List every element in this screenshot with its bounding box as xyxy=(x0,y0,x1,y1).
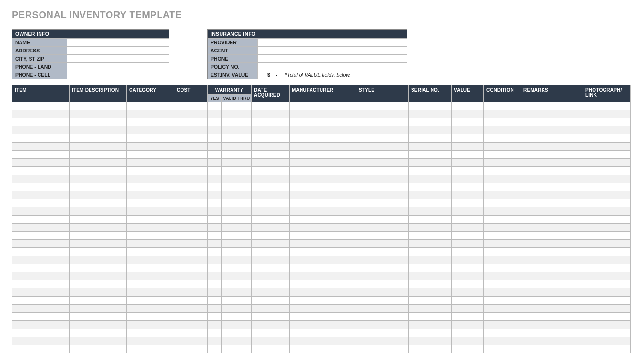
table-cell[interactable] xyxy=(409,134,452,143)
table-cell[interactable] xyxy=(452,199,484,207)
table-cell[interactable] xyxy=(70,224,127,232)
table-cell[interactable] xyxy=(484,313,521,321)
table-cell[interactable] xyxy=(583,345,631,353)
table-cell[interactable] xyxy=(521,248,583,256)
table-cell[interactable] xyxy=(174,102,208,110)
table-cell[interactable] xyxy=(521,264,583,272)
table-cell[interactable] xyxy=(208,102,222,110)
table-cell[interactable] xyxy=(583,191,631,199)
table-cell[interactable] xyxy=(583,207,631,216)
table-cell[interactable] xyxy=(452,143,484,151)
table-cell[interactable] xyxy=(127,297,174,305)
table-cell[interactable] xyxy=(356,313,409,321)
table-cell[interactable] xyxy=(252,191,290,199)
table-cell[interactable] xyxy=(290,224,356,232)
insurance-value-agent[interactable] xyxy=(258,47,407,54)
table-cell[interactable] xyxy=(174,272,208,280)
table-cell[interactable] xyxy=(521,134,583,143)
table-cell[interactable] xyxy=(484,191,521,199)
table-cell[interactable] xyxy=(356,118,409,126)
table-cell[interactable] xyxy=(222,199,252,207)
table-cell[interactable] xyxy=(208,264,222,272)
table-cell[interactable] xyxy=(356,126,409,134)
table-cell[interactable] xyxy=(252,102,290,110)
table-cell[interactable] xyxy=(127,337,174,345)
table-cell[interactable] xyxy=(174,175,208,183)
table-cell[interactable] xyxy=(222,264,252,272)
table-cell[interactable] xyxy=(452,216,484,224)
table-cell[interactable] xyxy=(174,305,208,313)
table-cell[interactable] xyxy=(252,240,290,248)
table-cell[interactable] xyxy=(409,175,452,183)
table-cell[interactable] xyxy=(208,232,222,240)
table-cell[interactable] xyxy=(70,143,127,151)
table-cell[interactable] xyxy=(290,329,356,337)
table-cell[interactable] xyxy=(252,216,290,224)
table-cell[interactable] xyxy=(127,143,174,151)
table-cell[interactable] xyxy=(222,321,252,329)
table-cell[interactable] xyxy=(484,118,521,126)
table-cell[interactable] xyxy=(174,264,208,272)
table-cell[interactable] xyxy=(222,191,252,199)
table-cell[interactable] xyxy=(452,134,484,143)
table-cell[interactable] xyxy=(484,321,521,329)
table-cell[interactable] xyxy=(521,191,583,199)
table-cell[interactable] xyxy=(252,256,290,264)
table-cell[interactable] xyxy=(521,345,583,353)
table-cell[interactable] xyxy=(290,337,356,345)
table-cell[interactable] xyxy=(409,191,452,199)
table-cell[interactable] xyxy=(70,297,127,305)
table-cell[interactable] xyxy=(12,183,70,191)
table-cell[interactable] xyxy=(409,151,452,159)
table-cell[interactable] xyxy=(252,232,290,240)
table-cell[interactable] xyxy=(484,337,521,345)
table-cell[interactable] xyxy=(222,272,252,280)
table-cell[interactable] xyxy=(12,248,70,256)
table-cell[interactable] xyxy=(208,126,222,134)
table-cell[interactable] xyxy=(290,256,356,264)
table-cell[interactable] xyxy=(452,159,484,167)
table-cell[interactable] xyxy=(12,313,70,321)
table-cell[interactable] xyxy=(127,272,174,280)
table-cell[interactable] xyxy=(484,126,521,134)
table-cell[interactable] xyxy=(409,224,452,232)
table-cell[interactable] xyxy=(583,264,631,272)
table-cell[interactable] xyxy=(452,297,484,305)
table-cell[interactable] xyxy=(583,199,631,207)
table-cell[interactable] xyxy=(356,102,409,110)
table-cell[interactable] xyxy=(208,224,222,232)
table-cell[interactable] xyxy=(521,207,583,216)
table-cell[interactable] xyxy=(583,216,631,224)
table-cell[interactable] xyxy=(409,159,452,167)
table-cell[interactable] xyxy=(484,240,521,248)
table-cell[interactable] xyxy=(222,134,252,143)
table-cell[interactable] xyxy=(208,280,222,288)
table-cell[interactable] xyxy=(12,264,70,272)
table-cell[interactable] xyxy=(127,191,174,199)
table-cell[interactable] xyxy=(12,134,70,143)
table-cell[interactable] xyxy=(484,232,521,240)
table-cell[interactable] xyxy=(521,297,583,305)
table-cell[interactable] xyxy=(208,151,222,159)
table-cell[interactable] xyxy=(208,118,222,126)
table-cell[interactable] xyxy=(583,280,631,288)
table-cell[interactable] xyxy=(127,248,174,256)
table-cell[interactable] xyxy=(583,337,631,345)
table-cell[interactable] xyxy=(12,199,70,207)
table-cell[interactable] xyxy=(252,167,290,175)
table-cell[interactable] xyxy=(70,313,127,321)
table-cell[interactable] xyxy=(174,199,208,207)
table-cell[interactable] xyxy=(208,167,222,175)
table-cell[interactable] xyxy=(12,191,70,199)
table-cell[interactable] xyxy=(127,175,174,183)
owner-value-phone-land[interactable] xyxy=(67,63,169,71)
table-cell[interactable] xyxy=(452,329,484,337)
table-cell[interactable] xyxy=(356,207,409,216)
table-cell[interactable] xyxy=(356,288,409,297)
table-cell[interactable] xyxy=(484,345,521,353)
table-cell[interactable] xyxy=(409,167,452,175)
table-cell[interactable] xyxy=(484,143,521,151)
table-cell[interactable] xyxy=(12,110,70,118)
table-cell[interactable] xyxy=(70,207,127,216)
table-cell[interactable] xyxy=(12,151,70,159)
